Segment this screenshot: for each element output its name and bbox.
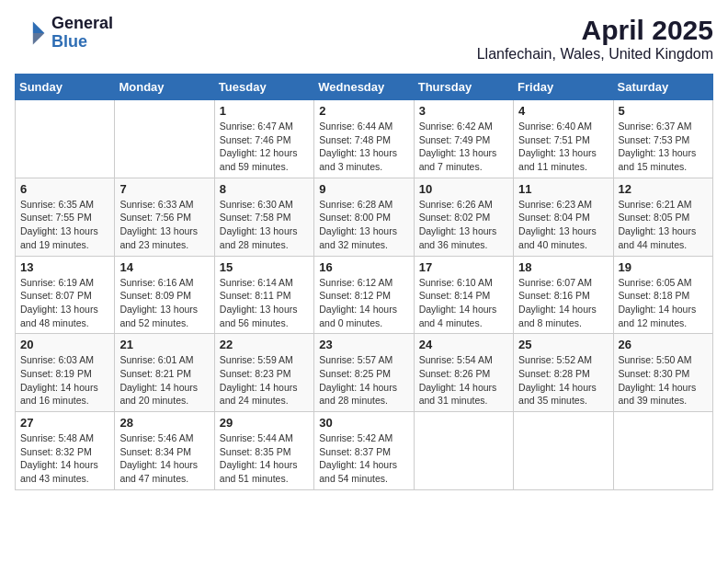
calendar-week-row: 1Sunrise: 6:47 AM Sunset: 7:46 PM Daylig… bbox=[16, 100, 713, 178]
title-block: April 2025 Llanfechain, Wales, United Ki… bbox=[477, 15, 713, 63]
day-number: 2 bbox=[319, 104, 408, 118]
day-number: 26 bbox=[619, 338, 708, 351]
calendar-cell: 16Sunrise: 6:12 AM Sunset: 8:12 PM Dayli… bbox=[314, 256, 414, 334]
svg-marker-0 bbox=[33, 21, 45, 33]
calendar-cell: 23Sunrise: 5:57 AM Sunset: 8:25 PM Dayli… bbox=[314, 334, 414, 412]
calendar-cell: 11Sunrise: 6:23 AM Sunset: 8:04 PM Dayli… bbox=[514, 178, 613, 256]
calendar-cell: 29Sunrise: 5:44 AM Sunset: 8:35 PM Dayli… bbox=[214, 412, 313, 490]
day-number: 9 bbox=[319, 182, 408, 196]
day-info: Sunrise: 6:28 AM Sunset: 8:00 PM Dayligh… bbox=[319, 198, 408, 252]
calendar-cell: 28Sunrise: 5:46 AM Sunset: 8:34 PM Dayli… bbox=[115, 412, 214, 490]
calendar-cell: 5Sunrise: 6:37 AM Sunset: 7:53 PM Daylig… bbox=[613, 100, 712, 178]
day-number: 11 bbox=[518, 182, 608, 196]
logo-icon bbox=[15, 17, 48, 50]
calendar-cell bbox=[414, 412, 513, 490]
page-title: April 2025 bbox=[477, 15, 713, 46]
day-info: Sunrise: 6:16 AM Sunset: 8:09 PM Dayligh… bbox=[119, 276, 209, 330]
day-number: 19 bbox=[619, 260, 708, 274]
day-info: Sunrise: 6:07 AM Sunset: 8:16 PM Dayligh… bbox=[518, 276, 608, 330]
header-sunday: Sunday bbox=[16, 75, 115, 100]
day-info: Sunrise: 6:30 AM Sunset: 7:58 PM Dayligh… bbox=[220, 198, 309, 252]
day-number: 10 bbox=[419, 182, 508, 196]
header-friday: Friday bbox=[514, 75, 613, 100]
calendar-cell: 3Sunrise: 6:42 AM Sunset: 7:49 PM Daylig… bbox=[414, 100, 513, 178]
calendar-cell: 15Sunrise: 6:14 AM Sunset: 8:11 PM Dayli… bbox=[214, 256, 313, 334]
day-info: Sunrise: 5:42 AM Sunset: 8:37 PM Dayligh… bbox=[319, 431, 408, 486]
day-info: Sunrise: 6:03 AM Sunset: 8:19 PM Dayligh… bbox=[20, 353, 109, 408]
day-info: Sunrise: 6:19 AM Sunset: 8:07 PM Dayligh… bbox=[20, 276, 109, 330]
day-number: 12 bbox=[619, 182, 708, 196]
day-number: 22 bbox=[220, 338, 309, 351]
day-number: 5 bbox=[619, 104, 708, 118]
day-number: 6 bbox=[20, 182, 109, 196]
day-info: Sunrise: 5:54 AM Sunset: 8:26 PM Dayligh… bbox=[419, 353, 508, 408]
day-number: 17 bbox=[419, 260, 508, 274]
calendar-cell: 2Sunrise: 6:44 AM Sunset: 7:48 PM Daylig… bbox=[314, 100, 414, 178]
day-number: 28 bbox=[119, 416, 209, 430]
day-info: Sunrise: 6:26 AM Sunset: 8:02 PM Dayligh… bbox=[419, 198, 508, 252]
calendar-cell: 1Sunrise: 6:47 AM Sunset: 7:46 PM Daylig… bbox=[214, 100, 313, 178]
calendar-cell: 25Sunrise: 5:52 AM Sunset: 8:28 PM Dayli… bbox=[514, 334, 613, 412]
day-number: 3 bbox=[419, 104, 508, 118]
calendar-cell: 30Sunrise: 5:42 AM Sunset: 8:37 PM Dayli… bbox=[314, 412, 414, 490]
header-monday: Monday bbox=[115, 75, 214, 100]
calendar-cell bbox=[16, 100, 115, 178]
calendar-header-row: SundayMondayTuesdayWednesdayThursdayFrid… bbox=[16, 75, 713, 100]
day-number: 7 bbox=[119, 182, 209, 196]
day-number: 23 bbox=[319, 338, 408, 351]
header-saturday: Saturday bbox=[613, 75, 712, 100]
day-number: 30 bbox=[319, 416, 408, 430]
logo-blue-text: Blue bbox=[51, 32, 87, 51]
calendar-cell: 24Sunrise: 5:54 AM Sunset: 8:26 PM Dayli… bbox=[414, 334, 513, 412]
day-number: 24 bbox=[419, 338, 508, 351]
day-info: Sunrise: 6:44 AM Sunset: 7:48 PM Dayligh… bbox=[319, 120, 408, 174]
calendar-cell: 6Sunrise: 6:35 AM Sunset: 7:55 PM Daylig… bbox=[16, 178, 115, 256]
day-number: 8 bbox=[220, 182, 309, 196]
day-info: Sunrise: 5:52 AM Sunset: 8:28 PM Dayligh… bbox=[518, 353, 608, 408]
calendar-cell: 4Sunrise: 6:40 AM Sunset: 7:51 PM Daylig… bbox=[514, 100, 613, 178]
day-info: Sunrise: 6:05 AM Sunset: 8:18 PM Dayligh… bbox=[619, 276, 708, 330]
day-number: 21 bbox=[119, 338, 209, 351]
day-number: 27 bbox=[20, 416, 109, 430]
day-info: Sunrise: 6:35 AM Sunset: 7:55 PM Dayligh… bbox=[20, 198, 109, 252]
calendar-cell: 26Sunrise: 5:50 AM Sunset: 8:30 PM Dayli… bbox=[613, 334, 712, 412]
calendar-cell: 27Sunrise: 5:48 AM Sunset: 8:32 PM Dayli… bbox=[16, 412, 115, 490]
header-thursday: Thursday bbox=[414, 75, 513, 100]
calendar-cell bbox=[115, 100, 214, 178]
day-info: Sunrise: 6:33 AM Sunset: 7:56 PM Dayligh… bbox=[119, 198, 209, 252]
day-info: Sunrise: 6:37 AM Sunset: 7:53 PM Dayligh… bbox=[619, 120, 708, 174]
day-info: Sunrise: 5:59 AM Sunset: 8:23 PM Dayligh… bbox=[220, 353, 309, 408]
calendar-cell: 14Sunrise: 6:16 AM Sunset: 8:09 PM Dayli… bbox=[115, 256, 214, 334]
day-number: 18 bbox=[518, 260, 608, 274]
calendar-cell: 22Sunrise: 5:59 AM Sunset: 8:23 PM Dayli… bbox=[214, 334, 313, 412]
calendar-week-row: 20Sunrise: 6:03 AM Sunset: 8:19 PM Dayli… bbox=[16, 334, 713, 412]
day-number: 4 bbox=[518, 104, 608, 118]
day-info: Sunrise: 6:01 AM Sunset: 8:21 PM Dayligh… bbox=[119, 353, 209, 408]
day-info: Sunrise: 6:10 AM Sunset: 8:14 PM Dayligh… bbox=[419, 276, 508, 330]
calendar-cell bbox=[613, 412, 712, 490]
calendar-cell: 20Sunrise: 6:03 AM Sunset: 8:19 PM Dayli… bbox=[16, 334, 115, 412]
day-info: Sunrise: 5:48 AM Sunset: 8:32 PM Dayligh… bbox=[20, 431, 109, 486]
day-info: Sunrise: 6:23 AM Sunset: 8:04 PM Dayligh… bbox=[518, 198, 608, 252]
header-wednesday: Wednesday bbox=[314, 75, 414, 100]
day-info: Sunrise: 6:12 AM Sunset: 8:12 PM Dayligh… bbox=[319, 276, 408, 330]
day-info: Sunrise: 5:46 AM Sunset: 8:34 PM Dayligh… bbox=[119, 431, 209, 486]
day-info: Sunrise: 5:50 AM Sunset: 8:30 PM Dayligh… bbox=[619, 353, 708, 408]
calendar-cell bbox=[514, 412, 613, 490]
day-info: Sunrise: 6:21 AM Sunset: 8:05 PM Dayligh… bbox=[619, 198, 708, 252]
svg-marker-1 bbox=[33, 33, 45, 45]
calendar-cell: 17Sunrise: 6:10 AM Sunset: 8:14 PM Dayli… bbox=[414, 256, 513, 334]
calendar-cell: 10Sunrise: 6:26 AM Sunset: 8:02 PM Dayli… bbox=[414, 178, 513, 256]
day-info: Sunrise: 5:57 AM Sunset: 8:25 PM Dayligh… bbox=[319, 353, 408, 408]
day-number: 25 bbox=[518, 338, 608, 351]
day-info: Sunrise: 6:47 AM Sunset: 7:46 PM Dayligh… bbox=[220, 120, 309, 174]
day-number: 13 bbox=[20, 260, 109, 274]
calendar-table: SundayMondayTuesdayWednesdayThursdayFrid… bbox=[15, 74, 713, 490]
logo: General Blue bbox=[15, 15, 113, 52]
calendar-cell: 12Sunrise: 6:21 AM Sunset: 8:05 PM Dayli… bbox=[613, 178, 712, 256]
calendar-cell: 21Sunrise: 6:01 AM Sunset: 8:21 PM Dayli… bbox=[115, 334, 214, 412]
day-info: Sunrise: 6:42 AM Sunset: 7:49 PM Dayligh… bbox=[419, 120, 508, 174]
page-subtitle: Llanfechain, Wales, United Kingdom bbox=[477, 46, 713, 63]
day-number: 20 bbox=[20, 338, 109, 351]
day-info: Sunrise: 6:14 AM Sunset: 8:11 PM Dayligh… bbox=[220, 276, 309, 330]
